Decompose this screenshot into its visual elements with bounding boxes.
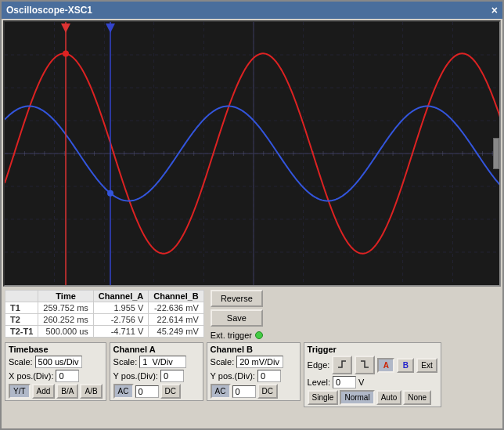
t2t1-chb: 45.249 mV bbox=[149, 326, 203, 338]
cha-ac-button[interactable]: AC bbox=[113, 384, 134, 399]
scope-canvas bbox=[5, 22, 501, 285]
chb-scale-input[interactable] bbox=[236, 356, 283, 368]
edge-label: Edge: bbox=[308, 360, 330, 370]
chb-dc-button[interactable]: DC bbox=[257, 384, 278, 399]
scope-screen bbox=[3, 20, 501, 287]
xpos-label: X pos.(Div): bbox=[9, 371, 53, 381]
level-label: Level: bbox=[308, 378, 330, 387]
table-row: T2 260.252 ms -2.756 V 22.614 mV bbox=[5, 314, 204, 326]
v-label: V bbox=[358, 378, 364, 387]
t1-cha: 1.955 V bbox=[93, 302, 148, 314]
oscilloscope-window: Oscilloscope-XSC1 × Time Channel_A Chann… bbox=[0, 0, 504, 430]
trigger-edge-row: Edge: A B Ext bbox=[308, 356, 437, 374]
t1-chb: -22.636 mV bbox=[149, 302, 203, 314]
t2t1-time: 500.000 us bbox=[38, 326, 93, 338]
channel-b-title: Channel B bbox=[211, 345, 297, 354]
cha-dc-button[interactable]: DC bbox=[160, 384, 181, 399]
cha-coupling-buttons: AC DC bbox=[113, 384, 200, 399]
col-header-label bbox=[5, 291, 38, 302]
chb-ypos-label: Y pos.(Div): bbox=[211, 371, 255, 381]
xpos-input[interactable] bbox=[56, 370, 79, 382]
scrollbar[interactable] bbox=[493, 138, 499, 169]
edge-falling-button[interactable] bbox=[355, 356, 375, 374]
close-button[interactable]: × bbox=[491, 4, 498, 16]
col-header-chb: Channel_B bbox=[149, 291, 203, 302]
t2-label: T2 bbox=[5, 314, 38, 326]
rising-edge-icon bbox=[337, 359, 347, 370]
ba-button[interactable]: B/A bbox=[56, 384, 78, 399]
timebase-group: Timebase Scale: X pos.(Div): Y/T Add B/A… bbox=[5, 342, 106, 401]
channel-a-title: Channel A bbox=[113, 345, 200, 354]
t1-label: T1 bbox=[5, 302, 38, 314]
t2t1-label: T2-T1 bbox=[5, 326, 38, 338]
falling-edge-icon bbox=[359, 359, 370, 370]
ab-button[interactable]: A/B bbox=[80, 384, 102, 399]
yt-button[interactable]: Y/T bbox=[9, 384, 31, 399]
trigger-group: Trigger Edge: A B Ext bbox=[304, 342, 441, 407]
none-button[interactable]: None bbox=[403, 390, 431, 405]
chb-scale-label: Scale: bbox=[211, 357, 235, 367]
trigger-level-row: Level: V bbox=[308, 376, 437, 388]
trigger-mode-buttons: Single Normal Auto None bbox=[308, 390, 437, 405]
normal-button[interactable]: Normal bbox=[340, 390, 374, 405]
window-title: Oscilloscope-XSC1 bbox=[6, 5, 92, 16]
table-row: T2-T1 500.000 us -4.711 V 45.249 mV bbox=[5, 326, 204, 338]
trigger-source-b-button[interactable]: B bbox=[397, 358, 414, 373]
trigger-title: Trigger bbox=[308, 345, 437, 354]
auto-button[interactable]: Auto bbox=[376, 390, 402, 405]
edge-rising-button[interactable] bbox=[332, 356, 352, 374]
level-input[interactable] bbox=[333, 376, 356, 388]
ext-trigger-label: Ext. trigger bbox=[211, 331, 252, 340]
cha-scale-label: Scale: bbox=[113, 357, 138, 367]
bottom-controls: Timebase Scale: X pos.(Div): Y/T Add B/A… bbox=[5, 342, 499, 407]
chb-ac-button[interactable]: AC bbox=[211, 384, 231, 399]
chb-scale-row: Scale: bbox=[211, 356, 297, 368]
xpos-row: X pos.(Div): bbox=[9, 370, 103, 382]
t2-time: 260.252 ms bbox=[38, 314, 93, 326]
timebase-scale-input[interactable] bbox=[35, 356, 82, 368]
chb-zero-input[interactable] bbox=[232, 385, 256, 398]
measurements-table: Time Channel_A Channel_B T1 259.752 ms 1… bbox=[5, 290, 204, 338]
chb-ypos-input[interactable] bbox=[257, 370, 281, 382]
save-button[interactable]: Save bbox=[211, 309, 263, 327]
title-bar: Oscilloscope-XSC1 × bbox=[2, 2, 502, 19]
cha-ypos-row: Y pos.(Div): bbox=[113, 370, 200, 382]
channel-a-group: Channel A Scale: Y pos.(Div): AC DC bbox=[110, 342, 203, 401]
table-row: T1 259.752 ms 1.955 V -22.636 mV bbox=[5, 302, 204, 314]
chb-ypos-row: Y pos.(Div): bbox=[211, 370, 297, 382]
trigger-source-a-button[interactable]: A bbox=[377, 358, 394, 373]
channel-b-group: Channel B Scale: Y pos.(Div): AC DC bbox=[207, 342, 301, 401]
add-button[interactable]: Add bbox=[32, 384, 56, 399]
measurements-row: Time Channel_A Channel_B T1 259.752 ms 1… bbox=[5, 290, 499, 340]
cha-scale-row: Scale: bbox=[113, 356, 200, 368]
ext-trigger-row: Ext. trigger bbox=[211, 331, 263, 340]
scale-row: Scale: bbox=[9, 356, 103, 368]
col-header-time: Time bbox=[38, 291, 93, 302]
t2t1-cha: -4.711 V bbox=[93, 326, 148, 338]
reverse-button[interactable]: Reverse bbox=[211, 290, 263, 307]
cha-scale-input[interactable] bbox=[139, 356, 186, 368]
t1-time: 259.752 ms bbox=[38, 302, 93, 314]
chb-coupling-buttons: AC DC bbox=[211, 384, 297, 399]
t2-chb: 22.614 mV bbox=[149, 314, 203, 326]
col-header-cha: Channel_A bbox=[93, 291, 148, 302]
right-buttons: Reverse Save Ext. trigger bbox=[211, 290, 263, 340]
trigger-source-ext-button[interactable]: Ext bbox=[416, 358, 437, 373]
scale-label: Scale: bbox=[9, 357, 33, 367]
controls-area: Time Channel_A Channel_B T1 259.752 ms 1… bbox=[2, 288, 502, 428]
trigger-led bbox=[255, 331, 263, 339]
t2-cha: -2.756 V bbox=[93, 314, 148, 326]
cha-ypos-label: Y pos.(Div): bbox=[113, 371, 158, 381]
cha-zero-input[interactable] bbox=[135, 385, 159, 398]
timebase-mode-buttons: Y/T Add B/A A/B bbox=[9, 384, 103, 399]
timebase-title: Timebase bbox=[9, 345, 103, 354]
single-button[interactable]: Single bbox=[308, 390, 339, 405]
cha-ypos-input[interactable] bbox=[160, 370, 184, 382]
